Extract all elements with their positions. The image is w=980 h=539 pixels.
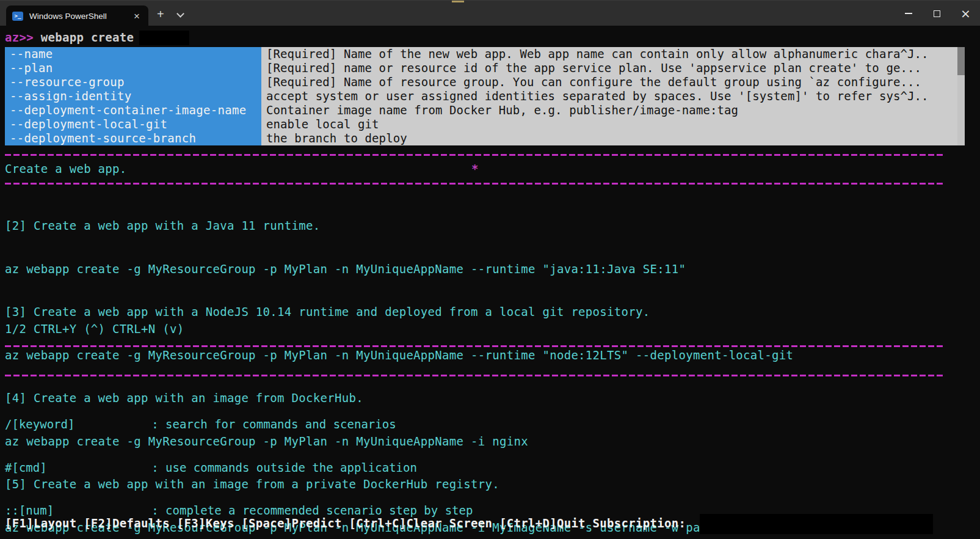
title-bar: >_ Windows PowerShell × + ×	[0, 0, 980, 26]
param-description: the branch to deploy	[261, 131, 965, 145]
help-desc: search for commands and scenarios	[165, 417, 396, 431]
redacted-subscription-value	[700, 514, 933, 534]
completion-scrollbar[interactable]	[957, 47, 965, 145]
typed-command: webapp create	[34, 31, 134, 44]
param-description: Container image name from Docker Hub, e.…	[261, 103, 965, 117]
param-description: [Required] Name of resource group. You c…	[261, 75, 965, 89]
param-name: --name	[5, 47, 261, 61]
param-description: enable local git	[261, 117, 965, 131]
help-row: #[cmd]:use commands outside the applicat…	[5, 461, 515, 475]
separator-line	[5, 345, 944, 347]
minimize-button[interactable]	[894, 1, 923, 26]
param-description: accept system or user assigned identitie…	[261, 89, 965, 103]
separator-line	[5, 375, 944, 376]
help-key: #[cmd]	[5, 461, 151, 475]
command-description: Create a web app.	[5, 162, 127, 177]
screen-edge-artifact	[452, 1, 464, 2]
param-description: [Required] Name of the new web app. Web …	[261, 47, 965, 61]
example-command: az webapp create -g MyResourceGroup -p M…	[5, 348, 793, 363]
status-bar: [F1]Layout [F2]Defaults [F3]Keys [Space]…	[5, 516, 686, 531]
minimize-icon	[905, 13, 912, 14]
powershell-icon: >_	[12, 12, 23, 21]
help-row: /[keyword]:search for commands and scena…	[5, 417, 515, 432]
description-marker: *	[471, 162, 479, 177]
terminal-window: >_ Windows PowerShell × + × az>> webapp …	[0, 0, 980, 539]
help-desc: complete a recommended scenario step by …	[165, 504, 473, 517]
completion-item[interactable]: --deployment-source-branchthe branch to …	[5, 131, 965, 145]
help-desc: use commands outside the application	[165, 461, 417, 474]
window-controls: ×	[894, 1, 980, 26]
param-description: [Required] name or resource id of the ap…	[261, 61, 965, 75]
param-name: --assign-identity	[5, 89, 261, 103]
redacted-command-text	[139, 31, 189, 45]
completion-item[interactable]: --resource-group[Required] Name of resou…	[5, 75, 965, 89]
new-tab-button[interactable]: +	[157, 8, 164, 20]
scrollbar-thumb[interactable]	[957, 47, 965, 75]
completion-item[interactable]: --deployment-local-gitenable local git	[5, 117, 965, 131]
help-row: ::[num]:complete a recommended scenario …	[5, 504, 515, 518]
command-prompt-line[interactable]: az>> webapp create	[5, 31, 134, 45]
example-title: [3] Create a web app with a NodeJS 10.14…	[5, 305, 793, 320]
close-icon: ×	[960, 7, 971, 20]
examples-pagination: 1/2 CTRL+Y (^) CTRL+N (v)	[5, 322, 184, 337]
example-command: az webapp create -g MyResourceGroup -p M…	[5, 262, 793, 277]
close-button[interactable]: ×	[951, 1, 980, 26]
param-name: --deployment-container-image-name	[5, 103, 261, 117]
param-name: --plan	[5, 61, 261, 75]
separator-line	[5, 154, 944, 156]
example-title: [2] Create a web app with a Java 11 runt…	[5, 219, 793, 233]
tab-windows-powershell[interactable]: >_ Windows PowerShell ×	[6, 6, 148, 26]
param-name: --deployment-local-git	[5, 117, 261, 131]
maximize-icon	[934, 10, 940, 17]
param-name: --resource-group	[5, 75, 261, 89]
help-key: ::[num]	[5, 504, 151, 518]
completion-menu: --name[Required] Name of the new web app…	[5, 47, 965, 145]
prompt-label: az>>	[5, 31, 34, 44]
tab-close-icon[interactable]: ×	[131, 11, 142, 21]
separator-line	[5, 183, 944, 185]
param-name: --deployment-source-branch	[5, 131, 261, 145]
maximize-button[interactable]	[923, 1, 951, 26]
tab-title: Windows PowerShell	[29, 12, 131, 21]
completion-item[interactable]: --plan[Required] name or resource id of …	[5, 61, 965, 75]
completion-item[interactable]: --deployment-container-image-nameContain…	[5, 103, 965, 117]
completion-item[interactable]: --name[Required] Name of the new web app…	[5, 47, 965, 61]
help-key: /[keyword]	[5, 417, 151, 432]
completion-item[interactable]: --assign-identityaccept system or user a…	[5, 89, 965, 103]
chevron-down-icon[interactable]	[176, 10, 184, 18]
